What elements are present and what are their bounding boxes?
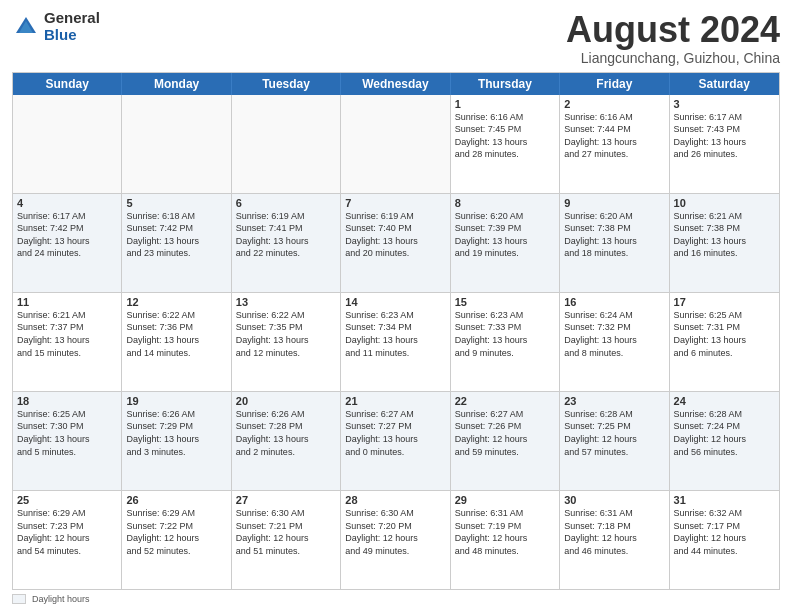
day-info: Sunrise: 6:31 AM Sunset: 7:18 PM Dayligh…	[564, 507, 664, 557]
day-info: Sunrise: 6:26 AM Sunset: 7:28 PM Dayligh…	[236, 408, 336, 458]
day-number: 13	[236, 296, 336, 308]
empty-cell-r0c1	[122, 95, 231, 193]
day-number: 11	[17, 296, 117, 308]
day-cell-19: 19Sunrise: 6:26 AM Sunset: 7:29 PM Dayli…	[122, 392, 231, 490]
day-info: Sunrise: 6:16 AM Sunset: 7:45 PM Dayligh…	[455, 111, 555, 161]
day-info: Sunrise: 6:32 AM Sunset: 7:17 PM Dayligh…	[674, 507, 775, 557]
day-number: 23	[564, 395, 664, 407]
day-info: Sunrise: 6:23 AM Sunset: 7:33 PM Dayligh…	[455, 309, 555, 359]
weekday-header-saturday: Saturday	[670, 73, 779, 95]
day-number: 9	[564, 197, 664, 209]
day-number: 24	[674, 395, 775, 407]
day-cell-23: 23Sunrise: 6:28 AM Sunset: 7:25 PM Dayli…	[560, 392, 669, 490]
day-cell-3: 3Sunrise: 6:17 AM Sunset: 7:43 PM Daylig…	[670, 95, 779, 193]
day-cell-8: 8Sunrise: 6:20 AM Sunset: 7:39 PM Daylig…	[451, 194, 560, 292]
day-info: Sunrise: 6:27 AM Sunset: 7:27 PM Dayligh…	[345, 408, 445, 458]
day-cell-13: 13Sunrise: 6:22 AM Sunset: 7:35 PM Dayli…	[232, 293, 341, 391]
day-cell-2: 2Sunrise: 6:16 AM Sunset: 7:44 PM Daylig…	[560, 95, 669, 193]
weekday-header-tuesday: Tuesday	[232, 73, 341, 95]
empty-cell-r0c2	[232, 95, 341, 193]
day-info: Sunrise: 6:17 AM Sunset: 7:42 PM Dayligh…	[17, 210, 117, 260]
day-number: 10	[674, 197, 775, 209]
day-info: Sunrise: 6:16 AM Sunset: 7:44 PM Dayligh…	[564, 111, 664, 161]
day-info: Sunrise: 6:25 AM Sunset: 7:31 PM Dayligh…	[674, 309, 775, 359]
day-number: 12	[126, 296, 226, 308]
day-number: 20	[236, 395, 336, 407]
day-number: 21	[345, 395, 445, 407]
day-info: Sunrise: 6:26 AM Sunset: 7:29 PM Dayligh…	[126, 408, 226, 458]
day-info: Sunrise: 6:22 AM Sunset: 7:36 PM Dayligh…	[126, 309, 226, 359]
day-info: Sunrise: 6:18 AM Sunset: 7:42 PM Dayligh…	[126, 210, 226, 260]
day-info: Sunrise: 6:17 AM Sunset: 7:43 PM Dayligh…	[674, 111, 775, 161]
day-info: Sunrise: 6:28 AM Sunset: 7:24 PM Dayligh…	[674, 408, 775, 458]
day-number: 31	[674, 494, 775, 506]
calendar-row-0: 1Sunrise: 6:16 AM Sunset: 7:45 PM Daylig…	[13, 95, 779, 194]
page: General Blue August 2024 Liangcunchang, …	[0, 0, 792, 612]
day-number: 28	[345, 494, 445, 506]
calendar: SundayMondayTuesdayWednesdayThursdayFrid…	[12, 72, 780, 590]
calendar-body: 1Sunrise: 6:16 AM Sunset: 7:45 PM Daylig…	[13, 95, 779, 589]
day-cell-1: 1Sunrise: 6:16 AM Sunset: 7:45 PM Daylig…	[451, 95, 560, 193]
day-number: 26	[126, 494, 226, 506]
day-number: 22	[455, 395, 555, 407]
day-cell-12: 12Sunrise: 6:22 AM Sunset: 7:36 PM Dayli…	[122, 293, 231, 391]
daylight-legend-box	[12, 594, 26, 604]
logo-icon	[12, 13, 40, 41]
day-number: 5	[126, 197, 226, 209]
day-cell-18: 18Sunrise: 6:25 AM Sunset: 7:30 PM Dayli…	[13, 392, 122, 490]
day-cell-17: 17Sunrise: 6:25 AM Sunset: 7:31 PM Dayli…	[670, 293, 779, 391]
day-cell-11: 11Sunrise: 6:21 AM Sunset: 7:37 PM Dayli…	[13, 293, 122, 391]
day-info: Sunrise: 6:21 AM Sunset: 7:38 PM Dayligh…	[674, 210, 775, 260]
day-number: 7	[345, 197, 445, 209]
day-number: 25	[17, 494, 117, 506]
day-number: 1	[455, 98, 555, 110]
calendar-row-4: 25Sunrise: 6:29 AM Sunset: 7:23 PM Dayli…	[13, 491, 779, 589]
day-info: Sunrise: 6:29 AM Sunset: 7:23 PM Dayligh…	[17, 507, 117, 557]
day-info: Sunrise: 6:24 AM Sunset: 7:32 PM Dayligh…	[564, 309, 664, 359]
day-number: 3	[674, 98, 775, 110]
day-info: Sunrise: 6:27 AM Sunset: 7:26 PM Dayligh…	[455, 408, 555, 458]
day-number: 29	[455, 494, 555, 506]
day-cell-24: 24Sunrise: 6:28 AM Sunset: 7:24 PM Dayli…	[670, 392, 779, 490]
day-cell-16: 16Sunrise: 6:24 AM Sunset: 7:32 PM Dayli…	[560, 293, 669, 391]
footer-label: Daylight hours	[32, 594, 90, 604]
day-info: Sunrise: 6:28 AM Sunset: 7:25 PM Dayligh…	[564, 408, 664, 458]
day-info: Sunrise: 6:30 AM Sunset: 7:20 PM Dayligh…	[345, 507, 445, 557]
logo-general-text: General	[44, 10, 100, 27]
day-cell-7: 7Sunrise: 6:19 AM Sunset: 7:40 PM Daylig…	[341, 194, 450, 292]
day-cell-20: 20Sunrise: 6:26 AM Sunset: 7:28 PM Dayli…	[232, 392, 341, 490]
day-info: Sunrise: 6:25 AM Sunset: 7:30 PM Dayligh…	[17, 408, 117, 458]
day-info: Sunrise: 6:20 AM Sunset: 7:38 PM Dayligh…	[564, 210, 664, 260]
day-number: 4	[17, 197, 117, 209]
day-number: 2	[564, 98, 664, 110]
logo: General Blue	[12, 10, 100, 43]
day-number: 27	[236, 494, 336, 506]
calendar-header: SundayMondayTuesdayWednesdayThursdayFrid…	[13, 73, 779, 95]
day-number: 30	[564, 494, 664, 506]
day-info: Sunrise: 6:20 AM Sunset: 7:39 PM Dayligh…	[455, 210, 555, 260]
day-cell-15: 15Sunrise: 6:23 AM Sunset: 7:33 PM Dayli…	[451, 293, 560, 391]
day-info: Sunrise: 6:31 AM Sunset: 7:19 PM Dayligh…	[455, 507, 555, 557]
day-cell-30: 30Sunrise: 6:31 AM Sunset: 7:18 PM Dayli…	[560, 491, 669, 589]
day-cell-25: 25Sunrise: 6:29 AM Sunset: 7:23 PM Dayli…	[13, 491, 122, 589]
weekday-header-wednesday: Wednesday	[341, 73, 450, 95]
day-number: 15	[455, 296, 555, 308]
day-info: Sunrise: 6:30 AM Sunset: 7:21 PM Dayligh…	[236, 507, 336, 557]
day-number: 17	[674, 296, 775, 308]
day-info: Sunrise: 6:22 AM Sunset: 7:35 PM Dayligh…	[236, 309, 336, 359]
day-cell-21: 21Sunrise: 6:27 AM Sunset: 7:27 PM Dayli…	[341, 392, 450, 490]
month-title: August 2024	[566, 10, 780, 50]
logo-blue-text: Blue	[44, 27, 100, 44]
calendar-row-3: 18Sunrise: 6:25 AM Sunset: 7:30 PM Dayli…	[13, 392, 779, 491]
location-subtitle: Liangcunchang, Guizhou, China	[566, 50, 780, 66]
day-cell-28: 28Sunrise: 6:30 AM Sunset: 7:20 PM Dayli…	[341, 491, 450, 589]
day-number: 6	[236, 197, 336, 209]
day-cell-6: 6Sunrise: 6:19 AM Sunset: 7:41 PM Daylig…	[232, 194, 341, 292]
footer: Daylight hours	[12, 594, 780, 604]
day-info: Sunrise: 6:19 AM Sunset: 7:41 PM Dayligh…	[236, 210, 336, 260]
day-number: 19	[126, 395, 226, 407]
day-number: 16	[564, 296, 664, 308]
day-info: Sunrise: 6:19 AM Sunset: 7:40 PM Dayligh…	[345, 210, 445, 260]
calendar-row-2: 11Sunrise: 6:21 AM Sunset: 7:37 PM Dayli…	[13, 293, 779, 392]
day-cell-22: 22Sunrise: 6:27 AM Sunset: 7:26 PM Dayli…	[451, 392, 560, 490]
